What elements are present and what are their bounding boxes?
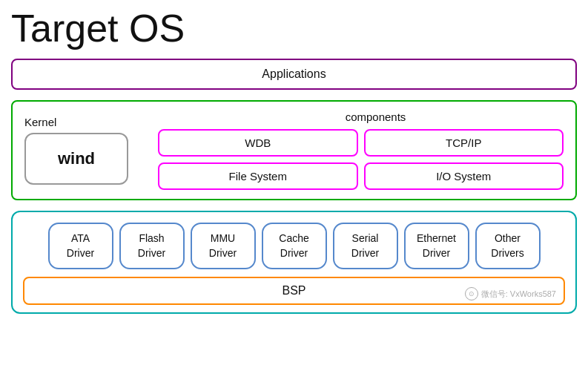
driver-ethernet: Ethernet Driver [404,223,469,269]
component-wdb: WDB [158,129,358,157]
component-iosystem: I/O System [364,162,564,190]
components-section: components WDB TCP/IP File System I/O Sy… [158,111,564,190]
driver-serial: Serial Driver [333,223,398,269]
bsp-label: BSP [282,284,305,297]
driver-ata: ATA Driver [48,223,113,269]
driver-cache: Cache Driver [262,223,327,269]
components-grid: WDB TCP/IP File System I/O System [158,129,564,190]
drivers-row: ATA Driver Flash Driver MMU Driver Cache… [23,223,565,269]
bsp-box: BSP ⊙ 微信号: VxWorks587 [23,277,565,305]
components-label: components [346,111,406,123]
kernel-components-box: Kernel wind components WDB TCP/IP File S… [11,100,577,200]
driver-mmu: MMU Driver [191,223,256,269]
component-tcpip: TCP/IP [364,129,564,157]
driver-flash: Flash Driver [119,223,185,269]
applications-label: Applications [262,68,326,80]
wind-box: wind [24,133,128,185]
wind-label: wind [58,149,95,168]
watermark-text: 微信号: VxWorks587 [481,289,556,300]
drivers-box: ATA Driver Flash Driver MMU Driver Cache… [11,211,577,314]
driver-other: Other Drivers [475,223,541,269]
watermark: ⊙ 微信号: VxWorks587 [465,287,556,300]
component-filesystem: File System [158,162,358,190]
kernel-label: Kernel [24,116,56,128]
applications-box: Applications [11,59,577,90]
kernel-section: Kernel wind [24,116,143,185]
page-title: Target OS [11,7,577,50]
watermark-icon: ⊙ [465,287,478,300]
